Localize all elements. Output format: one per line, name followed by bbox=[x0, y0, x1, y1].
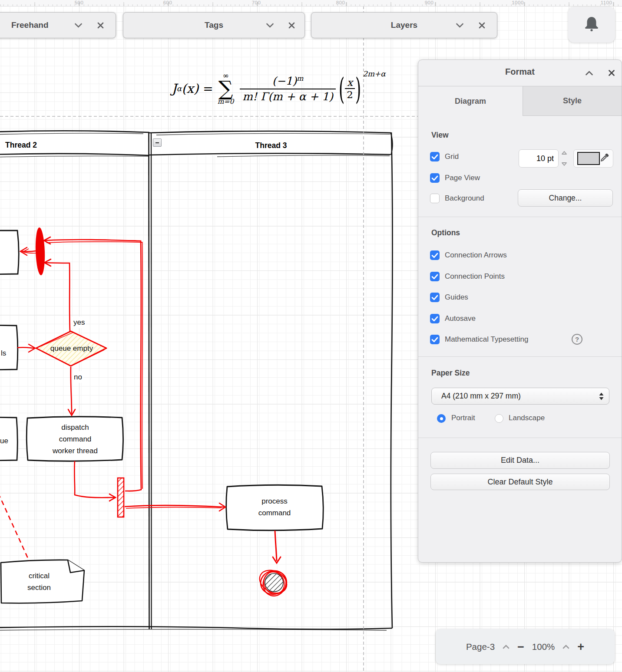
stepper-down-icon[interactable] bbox=[561, 162, 567, 166]
label-dispatch: dispatch command worker thread bbox=[30, 422, 121, 457]
label-dispatch-line3: worker thread bbox=[30, 445, 121, 457]
zoom-in-button[interactable]: + bbox=[577, 642, 584, 651]
connection-points-checkbox[interactable] bbox=[430, 272, 440, 281]
ruler-tick-label: 1100 bbox=[601, 0, 612, 5]
lane-title-thread3: Thread 3 bbox=[150, 140, 392, 152]
close-icon[interactable] bbox=[96, 20, 105, 30]
close-icon[interactable] bbox=[287, 20, 296, 30]
label-process-line2: command bbox=[228, 507, 321, 519]
check-icon bbox=[430, 293, 440, 302]
format-tabs: Diagram Style bbox=[418, 86, 622, 116]
check-icon bbox=[430, 173, 440, 183]
formula-x-over-2: x 2 bbox=[345, 77, 355, 100]
chevron-down-icon[interactable] bbox=[73, 20, 83, 30]
label-dispatch-line1: dispatch bbox=[30, 422, 121, 433]
grid-color-control bbox=[573, 149, 613, 168]
edge-capsule-to-box[interactable] bbox=[20, 247, 36, 255]
math-typesetting-checkbox[interactable] bbox=[430, 335, 440, 344]
connection-arrows-label: Connection Arrows bbox=[445, 251, 507, 260]
grid-checkbox[interactable] bbox=[430, 152, 440, 161]
page-selector[interactable]: Page-3 bbox=[466, 642, 495, 652]
options-section-heading: Options bbox=[431, 228, 460, 237]
label-queue-empty: queue empty bbox=[37, 343, 106, 354]
math-formula[interactable]: Jα(x) = ∞ ∑ m=0 (−1)m m! Γ(m + α + 1) ( … bbox=[165, 64, 391, 113]
grid-size-stepper[interactable] bbox=[560, 151, 568, 166]
close-icon[interactable] bbox=[477, 20, 486, 30]
zoom-level: 100% bbox=[532, 642, 555, 652]
label-fragment-ue: ue bbox=[0, 435, 13, 447]
formula-close-paren: ) bbox=[355, 71, 361, 106]
help-icon[interactable]: ? bbox=[572, 334, 582, 345]
bell-icon bbox=[584, 15, 599, 34]
formula-j-sub: α bbox=[177, 84, 182, 93]
guides-checkbox[interactable] bbox=[430, 293, 440, 302]
tab-style[interactable]: Style bbox=[523, 86, 622, 116]
chevron-up-icon[interactable] bbox=[584, 68, 594, 78]
chevron-down-icon[interactable] bbox=[455, 20, 464, 30]
edge-process-to-end[interactable] bbox=[273, 530, 281, 563]
clear-default-style-button[interactable]: Clear Default Style bbox=[430, 474, 610, 490]
grid-label: Grid bbox=[445, 152, 459, 161]
close-icon[interactable] bbox=[607, 68, 616, 78]
paper-size-select[interactable]: A4 (210 mm x 297 mm) bbox=[431, 388, 609, 405]
edit-data-button[interactable]: Edit Data... bbox=[430, 452, 610, 469]
grid-color-swatch[interactable] bbox=[577, 152, 600, 165]
section-divider bbox=[418, 356, 622, 357]
edge-box-to-diamond[interactable] bbox=[17, 344, 35, 352]
edge-bar-to-process[interactable] bbox=[125, 503, 225, 511]
guides-label: Guides bbox=[445, 293, 468, 302]
page-zoom-controls: Page-3 − 100% + bbox=[436, 629, 615, 664]
chevron-up-icon[interactable] bbox=[562, 645, 569, 649]
label-critical-line2: section bbox=[4, 582, 74, 593]
panel-tags[interactable]: Tags bbox=[123, 12, 305, 38]
portrait-radio[interactable] bbox=[437, 414, 446, 423]
label-yes: yes bbox=[72, 316, 86, 328]
lane-collapse-button[interactable] bbox=[153, 138, 162, 147]
formula-open-paren: ( bbox=[339, 71, 344, 106]
node-activation-bar[interactable] bbox=[118, 478, 124, 517]
section-divider bbox=[418, 217, 622, 217]
formula-2: 2 bbox=[345, 88, 355, 100]
formula-num-exp: m bbox=[297, 74, 303, 82]
ruler-major-ticks bbox=[0, 2, 622, 6]
edge-yes-branch[interactable] bbox=[44, 259, 70, 331]
autosave-checkbox[interactable] bbox=[430, 314, 440, 323]
page-view-checkbox[interactable] bbox=[430, 173, 440, 183]
ruler-tick-label: 600 bbox=[163, 0, 172, 5]
ruler-tick-label: 500 bbox=[75, 0, 84, 5]
node-mutex-bar[interactable] bbox=[35, 227, 46, 276]
landscape-radio[interactable] bbox=[495, 414, 503, 423]
grid-size-input[interactable] bbox=[519, 149, 559, 168]
zoom-out-button[interactable]: − bbox=[517, 642, 524, 651]
edge-dispatch-to-bar[interactable] bbox=[74, 461, 116, 501]
chevron-up-icon[interactable] bbox=[503, 645, 510, 649]
panel-freehand[interactable]: Freehand bbox=[0, 12, 116, 38]
label-no: no bbox=[73, 371, 83, 383]
view-section-heading: View bbox=[431, 131, 449, 140]
node-end-scribble[interactable] bbox=[256, 566, 291, 599]
swimlane-thread3[interactable] bbox=[149, 131, 393, 628]
paper-size-value: A4 (210 mm x 297 mm) bbox=[432, 392, 599, 401]
chevron-down-icon[interactable] bbox=[265, 20, 275, 30]
node-box-left-top[interactable] bbox=[0, 231, 19, 274]
label-dispatch-line2: command bbox=[30, 433, 121, 445]
edge-dashed-critical[interactable] bbox=[0, 493, 29, 561]
panel-layers-title: Layers bbox=[311, 20, 497, 30]
background-checkbox[interactable] bbox=[430, 194, 440, 203]
formula-sigma: ∑ bbox=[218, 79, 233, 98]
tab-diagram[interactable]: Diagram bbox=[418, 86, 523, 116]
notifications-button[interactable] bbox=[568, 7, 615, 43]
swimlane-divider bbox=[149, 132, 152, 629]
change-background-button[interactable]: Change... bbox=[518, 189, 613, 207]
landscape-label: Landscape bbox=[509, 414, 545, 422]
connection-arrows-checkbox[interactable] bbox=[430, 250, 440, 260]
stepper-up-icon[interactable] bbox=[561, 151, 567, 155]
format-panel: Format Diagram Style View Grid Page View… bbox=[418, 59, 622, 563]
lane-title-thread2: Thread 2 bbox=[5, 139, 66, 151]
panel-layers[interactable]: Layers bbox=[311, 12, 497, 38]
horizontal-ruler: 500 600 700 800 900 1000 1100 bbox=[0, 0, 622, 7]
format-panel-header: Format bbox=[418, 60, 622, 86]
background-label: Background bbox=[445, 194, 484, 203]
formula-numerator: (−1) bbox=[272, 75, 297, 88]
eyedropper-icon[interactable] bbox=[600, 153, 609, 164]
